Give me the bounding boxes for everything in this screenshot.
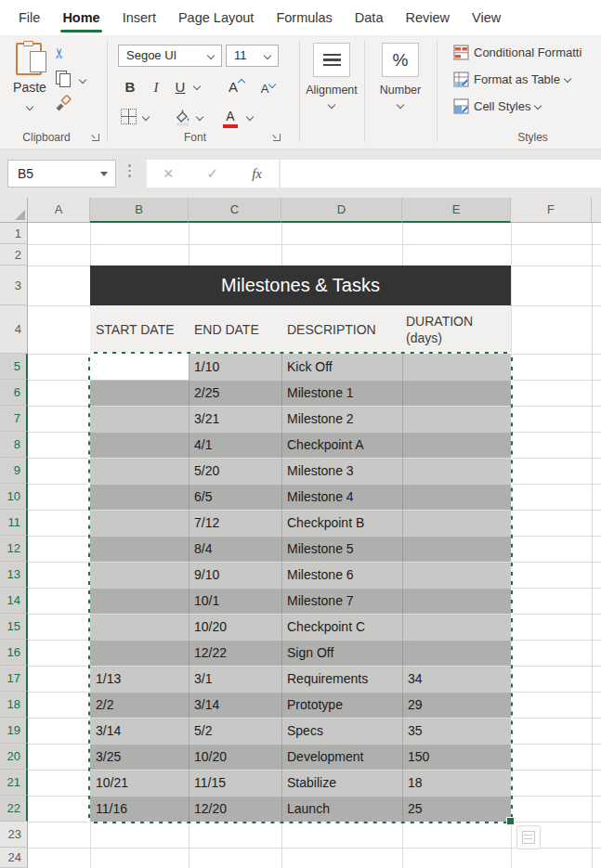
cell-E4[interactable]: DURATION (days) bbox=[406, 305, 510, 354]
paste-label: Paste bbox=[7, 80, 52, 95]
format-painter-button[interactable] bbox=[54, 95, 74, 115]
font-dialog-launcher-icon[interactable] bbox=[271, 132, 281, 142]
bold-button[interactable]: B bbox=[120, 76, 140, 98]
row-header-3[interactable]: 3 bbox=[0, 266, 28, 305]
borders-icon bbox=[121, 109, 137, 124]
fill-color-chevron-icon[interactable] bbox=[196, 113, 203, 121]
number-label: Number bbox=[364, 84, 437, 97]
column-header-partial[interactable] bbox=[592, 198, 601, 223]
format-as-table-button[interactable]: Format as Table bbox=[453, 71, 570, 87]
copy-chevron-icon[interactable] bbox=[79, 76, 86, 84]
group-separator bbox=[107, 40, 108, 142]
merged-title-cell[interactable]: Milestones & Tasks bbox=[90, 266, 511, 305]
tab-review[interactable]: Review bbox=[394, 0, 461, 35]
borders-chevron-icon[interactable] bbox=[142, 113, 150, 121]
row-header-21[interactable]: 21 bbox=[0, 770, 28, 796]
row-header-7[interactable]: 7 bbox=[0, 406, 28, 432]
borders-button[interactable] bbox=[121, 109, 137, 124]
row-header-14[interactable]: 14 bbox=[0, 588, 28, 614]
paste-button[interactable]: Paste bbox=[7, 43, 52, 124]
copy-icon bbox=[56, 71, 66, 84]
underline-button[interactable]: U bbox=[170, 76, 190, 98]
format-painter-icon bbox=[54, 95, 72, 113]
font-size-combobox[interactable]: 11 bbox=[226, 45, 279, 67]
alignment-icon bbox=[323, 54, 341, 67]
column-header-F[interactable]: F bbox=[511, 198, 592, 223]
italic-button[interactable]: I bbox=[146, 76, 166, 98]
cell-D4[interactable]: DESCRIPTION bbox=[287, 305, 376, 354]
conditional-formatting-icon bbox=[453, 45, 469, 60]
tab-home[interactable]: Home bbox=[51, 0, 111, 35]
column-header-B[interactable]: B bbox=[90, 198, 189, 223]
row-header-6[interactable]: 6 bbox=[0, 380, 28, 406]
increase-font-size-button[interactable]: A bbox=[223, 76, 247, 98]
font-color-button[interactable]: A bbox=[222, 108, 239, 128]
row-header-22[interactable]: 22 bbox=[0, 796, 28, 822]
row-header-9[interactable]: 9 bbox=[0, 458, 28, 484]
tab-insert[interactable]: Insert bbox=[111, 0, 167, 35]
row-header-20[interactable]: 20 bbox=[0, 744, 28, 770]
clipboard-dialog-launcher-icon[interactable] bbox=[90, 132, 100, 142]
ribbon: Paste ✂ Clipboard Segoe UI 11 B I bbox=[0, 35, 601, 149]
row-header-18[interactable]: 18 bbox=[0, 692, 28, 718]
select-all-corner[interactable] bbox=[0, 198, 28, 223]
column-header-E[interactable]: E bbox=[402, 198, 511, 223]
clipboard-group-label: Clipboard bbox=[0, 131, 93, 144]
font-name-combobox[interactable]: Segoe UI bbox=[118, 45, 222, 67]
row-header-24[interactable]: 24 bbox=[0, 848, 28, 868]
row-header-11[interactable]: 11 bbox=[0, 510, 28, 536]
font-size-chevron-icon bbox=[264, 52, 271, 59]
cut-button[interactable]: ✂ bbox=[54, 45, 72, 63]
copy-button[interactable] bbox=[56, 71, 74, 89]
row-header-16[interactable]: 16 bbox=[0, 640, 28, 666]
cell-styles-button[interactable]: Cell Styles bbox=[453, 97, 541, 114]
row-header-15[interactable]: 15 bbox=[0, 614, 28, 640]
tab-page-layout[interactable]: Page Layout bbox=[167, 0, 265, 35]
tab-formulas[interactable]: Formulas bbox=[265, 0, 343, 35]
row-header-8[interactable]: 8 bbox=[0, 432, 28, 458]
insert-function-button[interactable]: fx bbox=[252, 166, 262, 182]
formula-input[interactable] bbox=[281, 160, 601, 188]
row-header-4[interactable]: 4 bbox=[0, 305, 28, 354]
row-header-17[interactable]: 17 bbox=[0, 666, 28, 692]
row-header-10[interactable]: 10 bbox=[0, 484, 28, 510]
font-group-label: Font bbox=[107, 131, 283, 144]
row-header-2[interactable]: 2 bbox=[0, 244, 28, 266]
fill-color-icon bbox=[173, 108, 191, 126]
format-as-table-icon bbox=[453, 71, 469, 87]
quick-analysis-button[interactable] bbox=[516, 825, 541, 849]
font-color-chevron-icon[interactable] bbox=[246, 113, 254, 121]
underline-chevron-icon[interactable] bbox=[193, 83, 201, 90]
row-header-19[interactable]: 19 bbox=[0, 718, 28, 744]
spreadsheet-grid: START DATEEND DATEDESCRIPTIONDURATION (d… bbox=[0, 198, 601, 868]
paste-clipboard-icon bbox=[16, 43, 42, 75]
row-header-23[interactable]: 23 bbox=[0, 822, 28, 848]
fill-color-button[interactable] bbox=[173, 108, 191, 126]
format-as-table-chevron-icon bbox=[564, 75, 571, 83]
selection-border bbox=[88, 352, 513, 823]
column-header-D[interactable]: D bbox=[281, 198, 402, 223]
font-color-red-bar bbox=[223, 124, 238, 128]
fill-handle[interactable] bbox=[506, 817, 515, 825]
cell-C4[interactable]: END DATE bbox=[194, 305, 259, 354]
cell-styles-icon bbox=[453, 98, 469, 114]
column-header-C[interactable]: C bbox=[189, 198, 281, 223]
row-header-1[interactable]: 1 bbox=[0, 223, 28, 244]
name-box[interactable]: B5 bbox=[7, 160, 116, 188]
cell-B4[interactable]: START DATE bbox=[96, 305, 175, 354]
row-header-12[interactable]: 12 bbox=[0, 536, 28, 562]
decrease-font-size-button[interactable]: A bbox=[255, 78, 279, 100]
cancel-button[interactable]: × bbox=[163, 164, 174, 184]
row-header-13[interactable]: 13 bbox=[0, 562, 28, 588]
tab-file[interactable]: File bbox=[7, 0, 51, 35]
conditional-formatting-button[interactable]: Conditional Formatti bbox=[453, 44, 581, 60]
cell-styles-chevron-icon bbox=[534, 102, 542, 110]
tab-view[interactable]: View bbox=[461, 0, 512, 35]
tab-data[interactable]: Data bbox=[344, 0, 395, 35]
enter-button[interactable]: ✓ bbox=[207, 165, 219, 182]
alignment-label: Alignment bbox=[299, 84, 364, 97]
number-chevron-icon bbox=[397, 101, 404, 109]
formula-bar-grip[interactable] bbox=[128, 164, 131, 177]
row-header-5[interactable]: 5 bbox=[0, 354, 28, 380]
column-header-A[interactable]: A bbox=[28, 198, 90, 223]
